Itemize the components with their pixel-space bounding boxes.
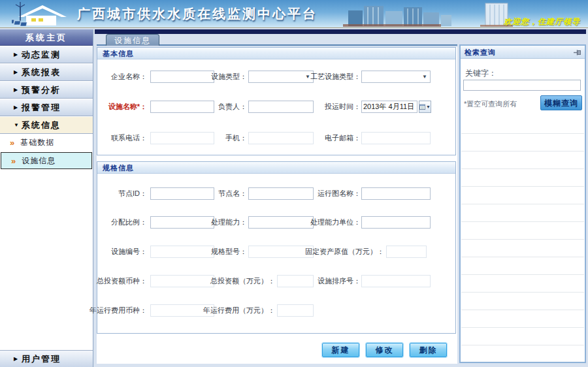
node-name-input[interactable] bbox=[248, 187, 314, 200]
facility-type-label: 设施类型： bbox=[211, 70, 247, 83]
spec-info-section: 规格信息 节点ID： 节点名： 运行图名称： 分配比例： 处理能力： 处理能力单… bbox=[97, 161, 456, 334]
platform-logo-icon bbox=[12, 1, 72, 27]
model-label: 规格型号： bbox=[211, 245, 247, 258]
commission-date-label: 投运时间： bbox=[325, 100, 361, 113]
chevron-right-icon: ▶ bbox=[14, 356, 22, 362]
opcost-input[interactable] bbox=[277, 304, 314, 317]
search-results-list bbox=[461, 116, 584, 361]
sidebar-item-dynamic-monitoring[interactable]: ▶ 动态监测 bbox=[0, 46, 93, 63]
invest-input[interactable] bbox=[277, 275, 314, 287]
sidebar-item-home[interactable]: 系统主页 bbox=[0, 29, 93, 46]
manager-label: 负责人： bbox=[218, 100, 247, 113]
sidebar-subitem-label: 设施信息 bbox=[22, 155, 56, 167]
search-panel-header: 检索查询 bbox=[461, 46, 585, 59]
chevron-right-icon: ▶ bbox=[14, 69, 22, 75]
pin-icon[interactable] bbox=[573, 48, 581, 57]
sidebar-item-label: 动态监测 bbox=[22, 49, 61, 61]
ratio-label: 分配比例： bbox=[111, 215, 147, 229]
basic-info-section: 基本信息 企业名称： 设施类型： ▼ 工艺设施类型： ▼ 设施名称*： 负责人：… bbox=[97, 47, 456, 155]
chevron-right-icon: ▶ bbox=[14, 104, 22, 110]
sidebar-item-label: 预警分析 bbox=[22, 84, 61, 96]
keyword-input[interactable] bbox=[463, 80, 581, 91]
chevron-down-icon: ▼ bbox=[422, 74, 427, 80]
modify-button[interactable]: 修改 bbox=[366, 343, 403, 357]
process-type-label: 工艺设施类型： bbox=[310, 70, 361, 83]
sidebar-item-warning-analysis[interactable]: ▶ 预警分析 bbox=[0, 81, 93, 99]
chevron-right-icon: ▶ bbox=[14, 87, 22, 93]
invest-currency-input[interactable] bbox=[150, 275, 214, 287]
calendar-icon bbox=[419, 103, 425, 110]
company-name-label: 企业名称： bbox=[111, 70, 147, 83]
ratio-input[interactable] bbox=[150, 216, 214, 229]
welcome-message: 欢迎您，住建厅领导 bbox=[504, 16, 580, 27]
node-id-input[interactable] bbox=[150, 187, 214, 200]
calendar-button[interactable]: ▼ bbox=[419, 101, 431, 113]
chevron-down-icon: ▼ bbox=[14, 122, 22, 128]
sidebar-subitem-basic-data[interactable]: » 基础数据 bbox=[0, 134, 93, 152]
search-panel: 检索查询 关键字： *置空可查询所有 模糊查询 bbox=[459, 44, 586, 363]
facility-type-select[interactable]: ▼ bbox=[248, 71, 314, 83]
capacity-input[interactable] bbox=[248, 216, 314, 229]
opcost-currency-label: 年运行费用币种： bbox=[90, 304, 147, 317]
sidebar-subitem-label: 基础数据 bbox=[20, 137, 54, 148]
sidebar-subitem-facility-info[interactable]: » 设施信息 bbox=[1, 152, 92, 169]
chevron-right-icon: ▶ bbox=[14, 52, 22, 57]
spec-info-section-title: 规格信息 bbox=[97, 162, 455, 174]
app-header: 广西城市供水水质在线监测中心平台 欢迎您，住建厅领导 bbox=[0, 0, 588, 28]
invest-currency-label: 总投资额币种： bbox=[97, 274, 147, 287]
facility-no-input[interactable] bbox=[150, 246, 214, 258]
tab-bar: 设施信息 bbox=[97, 34, 457, 46]
model-input[interactable] bbox=[248, 246, 314, 258]
sidebar-item-label: 系统信息 bbox=[22, 120, 61, 131]
mobile-input[interactable] bbox=[248, 132, 314, 144]
double-arrow-icon: » bbox=[11, 156, 14, 166]
email-label: 电子邮箱： bbox=[325, 131, 361, 144]
commission-date-value: 2013年 4月11日 bbox=[363, 102, 414, 112]
diagram-name-label: 运行图名称： bbox=[318, 187, 361, 200]
company-name-input[interactable] bbox=[150, 71, 214, 83]
sidebar-item-system-info[interactable]: ▼ 系统信息 bbox=[0, 116, 93, 134]
node-id-label: 节点ID： bbox=[118, 187, 147, 200]
sidebar-item-system-reports[interactable]: ▶ 系统报表 bbox=[0, 63, 93, 81]
fuzzy-search-button[interactable]: 模糊查询 bbox=[540, 95, 582, 110]
app-title: 广西城市供水水质在线监测中心平台 bbox=[77, 5, 318, 23]
sort-no-input[interactable] bbox=[361, 275, 431, 287]
search-panel-title: 检索查询 bbox=[465, 48, 496, 56]
app-window: 广西城市供水水质在线监测中心平台 欢迎您，住建厅领导 系统主页 bbox=[0, 0, 588, 367]
sidebar-item-alarm-management[interactable]: ▶ 报警管理 bbox=[0, 99, 93, 116]
asset-value-input[interactable] bbox=[386, 246, 427, 258]
basic-info-section-title: 基本信息 bbox=[97, 48, 455, 59]
double-arrow-icon: » bbox=[10, 138, 13, 148]
sidebar: 系统主页 ▶ 动态监测 ▶ 系统报表 ▶ 预警分析 ▶ 报警管理 ▼ 系统信息 … bbox=[0, 29, 93, 367]
commission-date-field[interactable]: 2013年 4月11日 bbox=[361, 101, 417, 113]
manager-input[interactable] bbox=[248, 101, 314, 113]
capacity-unit-label: 处理能力单位： bbox=[310, 215, 361, 229]
chevron-down-icon: ▼ bbox=[426, 104, 431, 109]
facility-no-label: 设施编号： bbox=[111, 245, 147, 258]
capacity-unit-input[interactable] bbox=[361, 216, 431, 229]
tab-facility-info[interactable]: 设施信息 bbox=[106, 34, 159, 46]
sidebar-item-user-management[interactable]: ▶ 用户管理 bbox=[0, 350, 93, 367]
search-hint: *置空可查询所有 bbox=[464, 99, 517, 109]
opcost-label: 年运行费用（万元）： bbox=[203, 304, 275, 317]
capacity-label: 处理能力： bbox=[211, 215, 247, 229]
diagram-name-input[interactable] bbox=[361, 187, 431, 200]
delete-button[interactable]: 删除 bbox=[410, 343, 447, 357]
facility-name-label: 设施名称*： bbox=[108, 100, 147, 113]
sidebar-item-label: 报警管理 bbox=[22, 102, 61, 114]
sort-no-label: 设施排序号： bbox=[318, 274, 361, 287]
facility-name-input[interactable] bbox=[150, 101, 214, 113]
chevron-down-icon: ▼ bbox=[305, 74, 310, 80]
email-input[interactable] bbox=[361, 132, 431, 144]
new-button[interactable]: 新建 bbox=[322, 343, 359, 357]
asset-value-label: 固定资产原值（万元）： bbox=[305, 245, 384, 258]
mobile-label: 手机： bbox=[225, 131, 247, 144]
invest-label: 总投资额（万元）： bbox=[210, 274, 275, 287]
node-name-label: 节点名： bbox=[218, 187, 247, 200]
keyword-label: 关键字： bbox=[465, 68, 497, 79]
facility-form-panel: 基本信息 企业名称： 设施类型： ▼ 工艺设施类型： ▼ 设施名称*： 负责人：… bbox=[97, 47, 457, 364]
phone-input[interactable] bbox=[150, 132, 214, 144]
process-type-select[interactable]: ▼ bbox=[361, 71, 431, 83]
phone-label: 联系电话： bbox=[111, 131, 147, 144]
sidebar-item-label: 用户管理 bbox=[22, 353, 61, 365]
